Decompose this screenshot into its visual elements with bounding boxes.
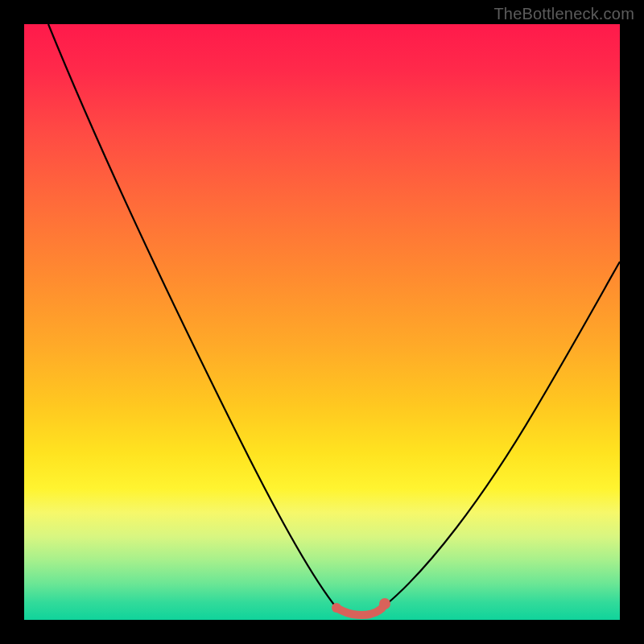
marker-left-end-dot: [332, 603, 341, 613]
curve-right-branch: [383, 262, 620, 607]
marker-right-end-dot: [379, 598, 390, 609]
curve-layer: [24, 24, 620, 620]
curve-left-branch: [48, 24, 336, 608]
watermark-text: TheBottleneck.com: [493, 5, 634, 23]
plot-area: [24, 24, 620, 620]
chart-frame: TheBottleneck.com: [0, 0, 644, 644]
bottom-marker-segment: [336, 604, 385, 615]
